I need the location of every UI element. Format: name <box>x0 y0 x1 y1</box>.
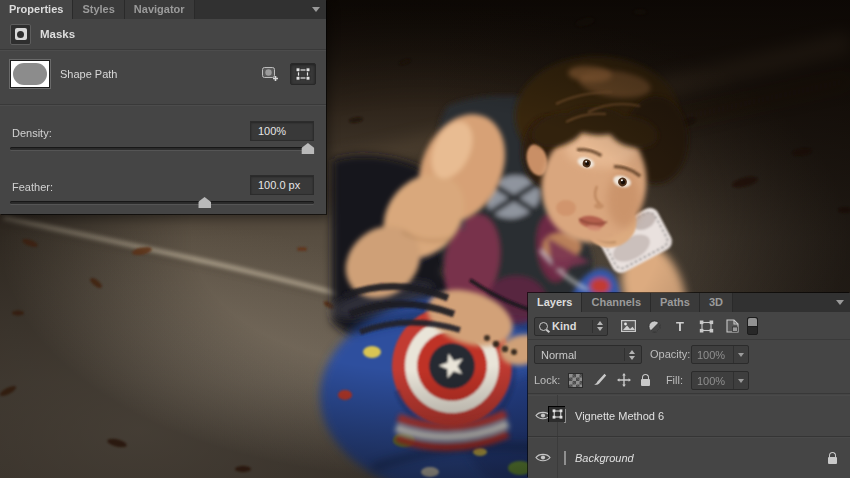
layer-locked-icon <box>828 457 837 464</box>
pixel-layer-icon <box>621 320 636 332</box>
layers-tab-bar: Layers Channels Paths 3D <box>528 293 850 312</box>
layer-filter-row: Kind <box>528 313 850 340</box>
blend-mode-row: Normal Opacity: 100% <box>528 341 850 367</box>
tab-navigator-label: Navigator <box>134 3 185 15</box>
type-layer-icon: T <box>676 320 684 333</box>
eye-icon <box>535 452 551 463</box>
opacity-dropdown-arrow[interactable] <box>733 346 748 363</box>
layer-name[interactable]: Background <box>575 452 634 464</box>
smart-object-icon <box>726 319 739 333</box>
tab-channels[interactable]: Channels <box>582 293 651 312</box>
tab-properties-label: Properties <box>9 3 63 15</box>
fill-input[interactable]: 100% <box>691 371 749 390</box>
filter-kind-dropdown[interactable]: Kind <box>534 317 608 336</box>
tab-layers[interactable]: Layers <box>528 293 582 312</box>
photoshop-workspace: Properties Styles Navigator Masks Shape … <box>0 0 850 478</box>
lock-position-move-icon[interactable] <box>617 373 631 387</box>
masks-header-row: Masks <box>0 19 326 50</box>
search-icon <box>539 322 548 331</box>
density-label: Density: <box>12 127 52 139</box>
tab-styles[interactable]: Styles <box>73 0 124 19</box>
properties-panel: Properties Styles Navigator Masks Shape … <box>0 0 326 214</box>
lock-row: Lock: Fill: 100% <box>528 367 850 394</box>
vector-mask-button[interactable] <box>290 63 316 85</box>
filter-kind-label: Kind <box>552 320 576 332</box>
divider <box>0 104 326 105</box>
vector-mask-badge-icon <box>548 406 565 422</box>
fill-value: 100% <box>692 375 733 387</box>
density-value-field[interactable]: 100% <box>250 121 314 141</box>
fill-label: Fill: <box>637 374 683 386</box>
blend-mode-select[interactable]: Normal <box>534 345 642 364</box>
layer-row-background[interactable]: Background <box>528 437 850 478</box>
density-slider-track[interactable] <box>10 147 314 150</box>
tab-3d-label: 3D <box>709 296 723 308</box>
background-layer-thumbnail[interactable] <box>564 451 566 465</box>
filter-pixel-layers-button[interactable] <box>617 316 639 336</box>
opacity-value: 100% <box>692 349 733 361</box>
feather-slider-track[interactable] <box>10 201 314 204</box>
opacity-input[interactable]: 100% <box>691 345 749 364</box>
layers-panel: Layers Channels Paths 3D Kind <box>528 293 850 478</box>
masks-title: Masks <box>40 28 75 40</box>
layers-panel-menu-icon[interactable] <box>830 293 850 312</box>
opacity-label: Opacity: <box>650 348 690 360</box>
density-slider[interactable] <box>10 142 314 155</box>
shape-path-row: Shape Path <box>0 50 326 98</box>
feather-slider[interactable] <box>10 196 314 209</box>
tab-paths[interactable]: Paths <box>651 293 700 312</box>
tab-navigator[interactable]: Navigator <box>125 0 195 19</box>
feather-slider-thumb[interactable] <box>198 197 211 208</box>
add-mask-icon <box>262 67 279 82</box>
properties-panel-menu-icon[interactable] <box>306 0 326 19</box>
vignette-mask-thumbnail[interactable] <box>564 409 566 423</box>
layer-name[interactable]: Vignette Method 6 <box>575 410 664 422</box>
filter-toggle-switch[interactable] <box>747 317 758 335</box>
layer-list: Vignette Method 6 Background <box>528 395 850 478</box>
shape-path-label: Shape Path <box>60 68 118 80</box>
tab-properties[interactable]: Properties <box>0 0 73 19</box>
tab-layers-label: Layers <box>537 296 572 308</box>
feather-label: Feather: <box>12 181 53 193</box>
layer-row-vignette[interactable]: Vignette Method 6 <box>528 395 850 437</box>
shape-layer-icon <box>699 320 714 333</box>
shape-path-thumbnail[interactable] <box>10 60 50 88</box>
kind-stepper-icon <box>592 320 603 333</box>
lock-transparency-icon[interactable] <box>568 373 583 388</box>
mask-icon <box>10 24 31 45</box>
tab-channels-label: Channels <box>591 296 641 308</box>
tab-styles-label: Styles <box>82 3 114 15</box>
tab-paths-label: Paths <box>660 296 690 308</box>
density-slider-thumb[interactable] <box>301 143 314 154</box>
feather-value-field[interactable]: 100.0 px <box>250 175 314 195</box>
tab-3d[interactable]: 3D <box>700 293 733 312</box>
filter-adjustment-layers-button[interactable] <box>643 316 665 336</box>
filter-smart-objects-button[interactable] <box>721 316 743 336</box>
visibility-eye-toggle[interactable] <box>528 437 558 478</box>
add-pixel-mask-button[interactable] <box>257 63 283 85</box>
properties-tab-bar: Properties Styles Navigator <box>0 0 326 19</box>
blend-stepper-icon <box>624 348 635 361</box>
fill-dropdown-arrow[interactable] <box>733 372 748 389</box>
lock-paint-brush-icon[interactable] <box>593 373 607 387</box>
filter-type-layers-button[interactable]: T <box>669 316 691 336</box>
lock-label: Lock: <box>534 374 560 386</box>
vector-mask-icon <box>295 67 311 81</box>
adjustment-layer-icon <box>648 320 661 333</box>
blend-mode-value: Normal <box>541 349 576 361</box>
filter-shape-layers-button[interactable] <box>695 316 717 336</box>
